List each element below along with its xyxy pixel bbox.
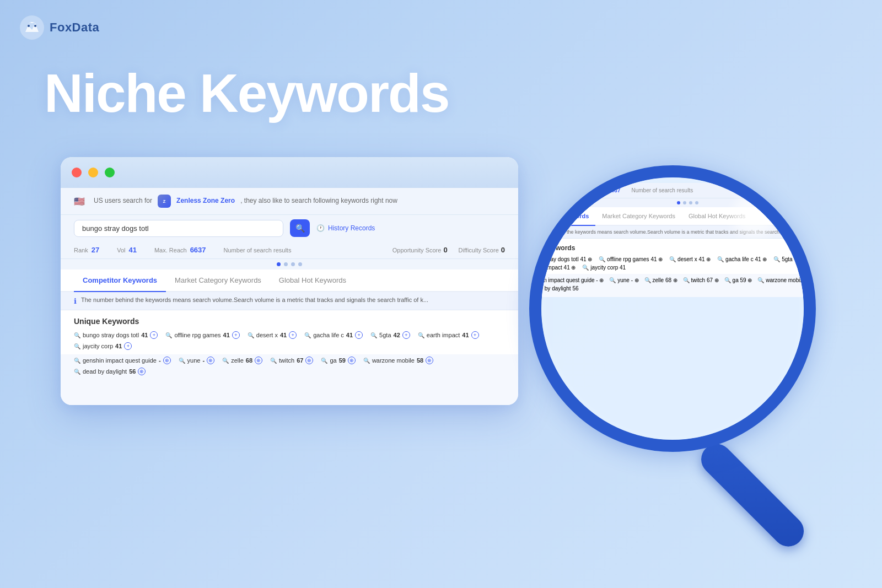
keyword-num: 42 <box>394 332 400 338</box>
desc-post: , they also like to search following key… <box>240 197 397 204</box>
search-mini-icon: 🔍 <box>74 358 80 364</box>
traffic-light-yellow[interactable] <box>88 168 98 177</box>
stats-row: Rank 27 Vol 41 Max. Reach 6637 Number of… <box>61 241 518 259</box>
search-button[interactable]: 🔍 <box>290 219 310 237</box>
keyword-num: - <box>159 357 161 364</box>
keyword-item: 🔍 gacha life c 41 + <box>304 331 363 339</box>
keyword-item: 🔍 jaycity corp 41 + <box>74 342 132 350</box>
dot-3[interactable] <box>291 262 295 266</box>
keyword-item: 🔍 genshin impact quest guide - ⊕ <box>74 357 171 364</box>
history-label: History Records <box>328 224 375 232</box>
keyword-name: yune <box>187 357 201 364</box>
lens-tab-active: Competitor Keywords <box>541 207 595 226</box>
vol-label: Vol <box>117 247 125 253</box>
keyword-name: dead by daylight <box>83 368 127 375</box>
search-mini-icon: 🔍 <box>270 358 277 364</box>
search-description: US users search for Z Zenless Zone Zero … <box>94 195 397 208</box>
search-mini-icon: 🔍 <box>370 332 377 338</box>
keyword-name: earth impact <box>427 332 460 338</box>
keyword-add-btn[interactable]: ⊕ <box>426 357 433 364</box>
unique-keywords-title: Unique Keywords <box>74 317 505 326</box>
search-mini-icon: 🔍 <box>74 332 80 338</box>
keyword-add-btn[interactable]: ⊕ <box>305 357 313 364</box>
keyword-add-btn[interactable]: + <box>232 331 240 339</box>
history-button[interactable]: 🕐 History Records <box>316 224 375 232</box>
keyword-add-btn[interactable]: ⊕ <box>138 368 146 375</box>
keyword-num: 67 <box>297 357 303 364</box>
keyword-add-btn[interactable]: + <box>289 331 297 339</box>
foxdata-logo-icon <box>20 15 44 40</box>
keyword-add-btn[interactable]: ⊕ <box>348 357 356 364</box>
magnifier: Rank 27 Vol 41 Max. Reach 6637 Number of… <box>529 165 849 485</box>
keyword-item: 🔍 zelle 68 ⊕ <box>222 357 262 364</box>
search-mini-icon: 🔍 <box>74 343 80 349</box>
svg-point-1 <box>28 25 30 27</box>
keyword-name: jaycity corp <box>83 343 113 349</box>
keyword-add-btn[interactable]: + <box>150 331 158 339</box>
tab-market-category-keywords[interactable]: Market Category Keywords <box>166 269 270 292</box>
dot-4[interactable] <box>298 262 302 266</box>
keyword-num: 41 <box>223 332 230 338</box>
traffic-light-green[interactable] <box>105 168 115 177</box>
dot-2[interactable] <box>284 262 288 266</box>
traffic-light-red[interactable] <box>72 168 82 177</box>
keyword-add-btn[interactable]: + <box>355 331 363 339</box>
lens-dot2 <box>683 201 686 204</box>
keyword-num: 56 <box>129 368 136 375</box>
search-mini-icon: 🔍 <box>321 358 327 364</box>
search-mini-icon: 🔍 <box>363 358 370 364</box>
keyword-add-btn[interactable]: ⊕ <box>255 357 262 364</box>
browser-titlebar <box>61 157 518 188</box>
opportunity-label: Opportunity Score <box>392 247 442 253</box>
keyword-item: 🔍 earth impact 41 + <box>418 331 479 339</box>
keyword-num: 41 <box>115 343 122 349</box>
keyword-num: 58 <box>417 357 423 364</box>
magnifier-shine <box>732 194 776 238</box>
keyword-name: ga <box>330 357 336 364</box>
keyword-add-btn[interactable]: ⊕ <box>207 357 214 364</box>
search-mini-icon: 🔍 <box>248 332 254 338</box>
svg-point-2 <box>34 25 36 27</box>
search-input[interactable]: bungo stray dogs totl <box>74 220 283 237</box>
difficulty-value: 0 <box>501 246 505 254</box>
keyword-item: 🔍 desert x 41 + <box>248 331 297 339</box>
lens-dot3 <box>689 201 692 204</box>
keyword-name: offline rpg games <box>174 332 220 338</box>
tab-global-hot-keywords[interactable]: Global Hot Keywords <box>270 269 355 292</box>
browser-content: 🇺🇸 US users search for Z Zenless Zone Ze… <box>61 188 518 405</box>
keyword-name: 5gta <box>379 332 391 338</box>
max-reach-label: Max. Reach <box>154 247 187 253</box>
search-mini-icon: 🔍 <box>179 358 185 364</box>
lens-unique: Unique Keywords 🔍 bungo stray dogs totl … <box>541 239 804 274</box>
difficulty-stat: Difficulty Score 0 <box>459 246 505 254</box>
keyword-add-btn[interactable]: ⊕ <box>163 357 171 364</box>
keyword-add-btn[interactable]: + <box>402 331 410 339</box>
search-mini-icon: 🔍 <box>74 369 80 375</box>
rank-label: Rank <box>74 247 88 253</box>
info-notice: ℹ The number behind the keywords means s… <box>61 292 518 310</box>
keyword-name: genshin impact quest guide <box>83 357 157 364</box>
flag-us: 🇺🇸 <box>74 196 85 207</box>
search-mini-icon: 🔍 <box>304 332 311 338</box>
keyword-add-btn[interactable]: + <box>471 331 479 339</box>
lens-vol: Vol 41 <box>551 187 566 193</box>
keyword-add-btn[interactable]: + <box>124 342 132 350</box>
magnifier-lens: Rank 27 Vol 41 Max. Reach 6637 Number of… <box>529 165 816 452</box>
keyword-num: 41 <box>141 332 148 338</box>
lens-tab2: Market Category Keywords <box>595 207 682 225</box>
keyword-name: twitch <box>279 357 294 364</box>
lens-maxreach: Max. Reach 6637 <box>577 187 620 193</box>
right-stats: Opportunity Score 0 Difficulty Score 0 <box>392 246 505 254</box>
clock-icon: 🕐 <box>316 224 325 232</box>
search-mini-icon: 🔍 <box>222 358 229 364</box>
hero-title: Niche Keywords <box>44 66 449 120</box>
tab-competitor-keywords[interactable]: Competitor Keywords <box>74 269 166 292</box>
dot-1[interactable] <box>277 262 281 266</box>
desc-pre: US users search for <box>94 197 152 204</box>
opportunity-value: 0 <box>443 246 447 254</box>
lens-results: Number of search results <box>631 187 693 193</box>
keyword-item: 🔍 5gta 42 + <box>370 331 410 339</box>
lens-kw-row2: 🔍 genshin impact quest guide - ⊕ 🔍 yune … <box>541 274 804 297</box>
info-icon: ℹ <box>74 297 77 305</box>
max-reach-value: 6637 <box>190 246 206 254</box>
